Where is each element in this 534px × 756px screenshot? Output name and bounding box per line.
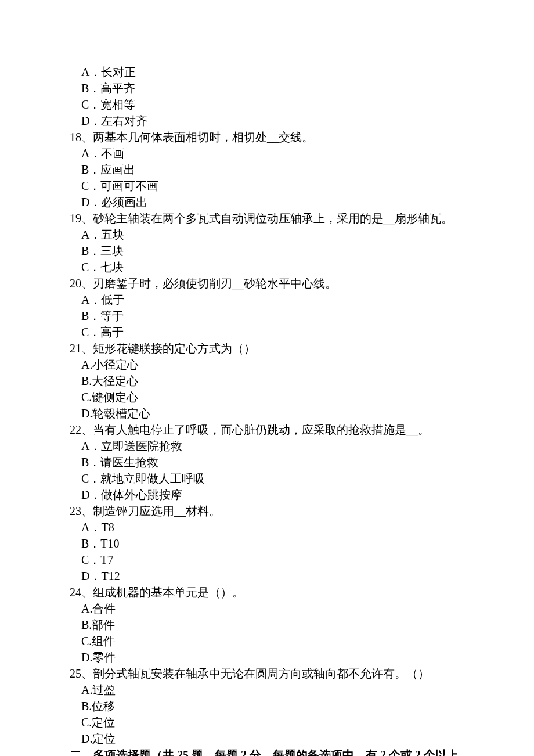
- option: D．做体外心跳按摩: [70, 487, 464, 503]
- option: C．T7: [70, 552, 464, 568]
- option: D．左右对齐: [70, 113, 464, 129]
- option: C.键侧定心: [70, 389, 464, 405]
- option: D．必须画出: [70, 194, 464, 210]
- document-page: A．长对正B．高平齐C．宽相等D．左右对齐18、两基本几何体表面相切时，相切处_…: [0, 0, 534, 756]
- question-text: 20、刃磨錾子时，必须使切削刃__砂轮水平中心线。: [70, 275, 464, 291]
- section-header: 二、多项选择题（共 25 题，每题 2 分，每题的备选项中，有 2 个或 2 个…: [70, 747, 464, 756]
- option: D.定位: [70, 730, 464, 747]
- option: B.部件: [70, 617, 464, 633]
- question-text: 22、当有人触电停止了呼吸，而心脏仍跳动，应采取的抢救措施是__。: [70, 422, 464, 438]
- option: B．T10: [70, 535, 464, 552]
- question-text: 24、组成机器的基本单元是（）。: [70, 584, 464, 600]
- option: A．T8: [70, 519, 464, 535]
- option: C．可画可不画: [70, 178, 464, 194]
- option: C．宽相等: [70, 96, 464, 113]
- option: A．低于: [70, 291, 464, 308]
- option: A.小径定心: [70, 357, 464, 373]
- option: B．应画出: [70, 161, 464, 178]
- option: A.合件: [70, 600, 464, 617]
- option: A.过盈: [70, 682, 464, 698]
- question-text: 23、制造锉刀应选用__材料。: [70, 503, 464, 519]
- option: C.定位: [70, 714, 464, 730]
- option: B．请医生抢救: [70, 454, 464, 470]
- option: C．高于: [70, 324, 464, 340]
- option: B．等于: [70, 308, 464, 324]
- option: C.组件: [70, 633, 464, 649]
- question-text: 19、砂轮主轴装在两个多瓦式自动调位动压轴承上，采用的是__扇形轴瓦。: [70, 210, 464, 226]
- option: B.大径定心: [70, 373, 464, 389]
- option: B．三块: [70, 243, 464, 259]
- option: A．长对正: [70, 64, 464, 80]
- option: D.零件: [70, 649, 464, 665]
- option: A．立即送医院抢救: [70, 438, 464, 454]
- option: D.轮毂槽定心: [70, 405, 464, 422]
- option: A．不画: [70, 145, 464, 161]
- option: B.位移: [70, 698, 464, 714]
- option: A．五块: [70, 226, 464, 243]
- option: B．高平齐: [70, 80, 464, 96]
- question-text: 25、剖分式轴瓦安装在轴承中无论在圆周方向或轴向都不允许有。（）: [70, 665, 464, 682]
- option: D．T12: [70, 568, 464, 584]
- option: C．就地立即做人工呼吸: [70, 470, 464, 487]
- question-text: 21、矩形花键联接的定心方式为（）: [70, 340, 464, 357]
- option: C．七块: [70, 259, 464, 275]
- question-text: 18、两基本几何体表面相切时，相切处__交线。: [70, 129, 464, 145]
